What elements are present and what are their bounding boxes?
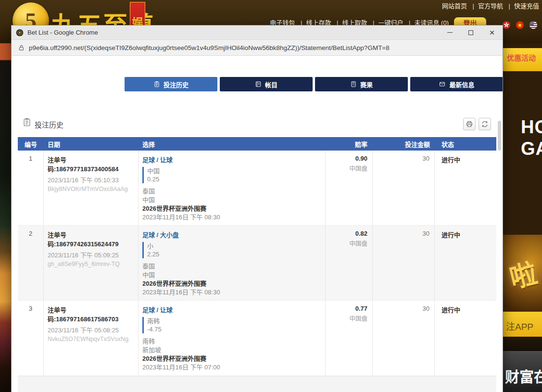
tab-latest-news[interactable]: 最新信息 bbox=[410, 77, 503, 91]
pick-line: -4.75 bbox=[147, 325, 325, 333]
minimize-icon bbox=[447, 32, 453, 33]
league-name: 2026世界杯亚洲外围赛 bbox=[142, 279, 325, 288]
bet-placed-time: 2023/11/16 下午 05:10:33 bbox=[48, 175, 135, 184]
china-flag-icon[interactable] bbox=[516, 21, 524, 29]
away-team: 中国 bbox=[142, 196, 325, 204]
tab-bet-history[interactable]: 投注历史 bbox=[125, 77, 217, 91]
printer-icon bbox=[466, 120, 473, 128]
refresh-icon bbox=[481, 120, 489, 128]
usa-flag-icon[interactable] bbox=[529, 21, 537, 29]
bet-date-cell: 注单号码:186797168617586703 2023/11/16 下午 05… bbox=[44, 301, 139, 375]
bet-selection-cell: 足球 / 让球 中国 0.25 泰国 中国 2026世界杯亚洲外围赛 2023年… bbox=[139, 151, 326, 225]
col-header-selection: 选择 bbox=[139, 139, 326, 149]
home-team: 南韩 bbox=[142, 337, 325, 346]
page-scrollbar[interactable] bbox=[498, 56, 502, 392]
nav-link-home[interactable]: 网站首页 bbox=[442, 2, 467, 10]
odds-cell: 0.82 中国盘 bbox=[326, 226, 373, 300]
col-header-status: 状态 bbox=[435, 139, 496, 149]
bet-index: 3 bbox=[18, 301, 44, 375]
background-left-strip bbox=[0, 43, 11, 392]
bet-number: 注单号码:186797426315624479 bbox=[48, 230, 135, 248]
pick-block: 小 2.25 bbox=[142, 242, 325, 258]
url-text[interactable]: p9e6ia.uff2990.net/(S(xideqseTI9Z6olwqfi… bbox=[29, 44, 390, 51]
hk-flag-icon[interactable] bbox=[503, 21, 510, 29]
table-tools bbox=[463, 118, 491, 130]
table-footer-strip bbox=[18, 376, 496, 392]
col-header-no: 编号 bbox=[18, 139, 44, 149]
table-row: 3 注单号码:186797168617586703 2023/11/16 下午 … bbox=[18, 301, 496, 376]
event-time: 2023年11月16日 下午 07:00 bbox=[142, 363, 325, 372]
mail-icon bbox=[439, 81, 446, 88]
language-flags bbox=[503, 21, 537, 29]
bet-placed-time: 2023/11/16 下午 05:08:25 bbox=[48, 325, 135, 334]
bet-number: 注单号码:186797168617586703 bbox=[48, 305, 135, 323]
bet-placed-time: 2023/11/16 下午 05:09:25 bbox=[48, 250, 135, 259]
table-row: 2 注单号码:186797426315624479 2023/11/16 下午 … bbox=[18, 226, 496, 301]
stake-value: 30 bbox=[373, 301, 435, 375]
table-header-row: 编号 日期 选择 赔率 投注金额 状态 bbox=[18, 137, 496, 151]
stake-value: 30 bbox=[373, 151, 435, 225]
site-favicon-icon bbox=[16, 29, 24, 37]
table-row: 1 注单号码:186797718373400584 2023/11/16 下午 … bbox=[18, 151, 496, 226]
gold-promo-banner[interactable]: 啦 bbox=[503, 235, 542, 312]
pick-block: 中国 0.25 bbox=[142, 167, 325, 183]
hot-game-text: HO GA bbox=[521, 116, 542, 160]
stake-value: 30 bbox=[373, 226, 435, 300]
odds-value: 0.82 bbox=[326, 230, 367, 237]
col-header-date: 日期 bbox=[44, 139, 139, 149]
odds-value: 0.77 bbox=[326, 305, 367, 312]
results-icon bbox=[350, 81, 357, 88]
lock-icon bbox=[18, 45, 25, 51]
minimize-button[interactable] bbox=[439, 25, 460, 39]
odds-cell: 0.77 中国盘 bbox=[326, 301, 373, 375]
url-bar[interactable]: p9e6ia.uff2990.net/(S(xideqseTI9Z6olwqfi… bbox=[12, 40, 503, 56]
nav-link-official[interactable]: 官方导航 bbox=[469, 2, 503, 10]
bet-reference-code: NvkuZ5O7EWNpqvTxSVsxNg bbox=[48, 336, 135, 342]
bet-number: 注单号码:186797718373400584 bbox=[48, 155, 135, 173]
league-name: 2026世界杯亚洲外围赛 bbox=[142, 204, 325, 213]
bet-selection-cell: 足球 / 大小盘 小 2.25 泰国 中国 2026世界杯亚洲外围赛 2023年… bbox=[139, 226, 326, 300]
clipboard-icon bbox=[153, 81, 160, 88]
chrome-popup-window: Bet List - Google Chrome × p9e6ia.uff299… bbox=[11, 25, 503, 392]
pick-block: 南韩 -4.75 bbox=[142, 317, 325, 333]
odds-type: 中国盘 bbox=[326, 164, 367, 173]
section-title: 投注历史 bbox=[35, 119, 63, 129]
promo-tab[interactable]: 优惠活动 bbox=[503, 48, 542, 71]
top-nav: 网站首页 官方导航 快速充值 bbox=[442, 1, 539, 10]
scrollbar-thumb[interactable] bbox=[498, 121, 501, 151]
away-team: 新加坡 bbox=[142, 346, 325, 354]
table-body: 1 注单号码:186797718373400584 2023/11/16 下午 … bbox=[18, 151, 496, 376]
bet-date-cell: 注单号码:186797718373400584 2023/11/16 下午 05… bbox=[44, 151, 139, 225]
news-ticker: 财富在 bbox=[503, 351, 542, 392]
refresh-button[interactable] bbox=[479, 118, 491, 130]
status-value: 进行中 bbox=[435, 226, 496, 300]
status-value: 进行中 bbox=[435, 301, 496, 375]
screen: 5 九五至尊 娱乐 网站首页 官方导航 快速充值 电子钱包 线上存款 线上取款 … bbox=[0, 0, 542, 392]
bet-history-table: 编号 日期 选择 赔率 投注金额 状态 1 注单号码:1867977183734… bbox=[18, 137, 496, 376]
app-banner[interactable]: 注APP bbox=[503, 312, 542, 337]
market-link[interactable]: 足球 / 让球 bbox=[142, 305, 325, 314]
odds-cell: 0.90 中国盘 bbox=[326, 151, 373, 225]
window-titlebar[interactable]: Bet List - Google Chrome × bbox=[12, 25, 503, 40]
close-icon: × bbox=[489, 28, 494, 37]
away-team: 中国 bbox=[142, 271, 325, 279]
section-clipboard-icon bbox=[22, 117, 32, 127]
window-controls: × bbox=[439, 25, 503, 39]
close-button[interactable]: × bbox=[481, 25, 503, 39]
tab-results[interactable]: 赛果 bbox=[315, 77, 408, 91]
event-time: 2023年11月16日 下午 08:30 bbox=[142, 288, 325, 297]
pick-line: 0.25 bbox=[147, 175, 325, 183]
maximize-icon bbox=[468, 30, 473, 35]
market-link[interactable]: 足球 / 让球 bbox=[142, 155, 325, 164]
ledger-icon bbox=[255, 81, 262, 88]
tab-accounts[interactable]: 帐目 bbox=[220, 77, 313, 91]
bet-list-page: 投注历史 帐目 赛果 bbox=[12, 56, 503, 392]
print-button[interactable] bbox=[463, 118, 476, 130]
col-header-stake: 投注金额 bbox=[373, 139, 435, 149]
nav-link-recharge[interactable]: 快速充值 bbox=[505, 2, 539, 10]
tab-bar: 投注历史 帐目 赛果 bbox=[125, 77, 503, 91]
market-link[interactable]: 足球 / 大小盘 bbox=[142, 230, 325, 239]
bet-date-cell: 注单号码:186797426315624479 2023/11/16 下午 05… bbox=[44, 226, 139, 300]
maximize-button[interactable] bbox=[460, 25, 481, 39]
pick-line: 2.25 bbox=[147, 250, 325, 258]
